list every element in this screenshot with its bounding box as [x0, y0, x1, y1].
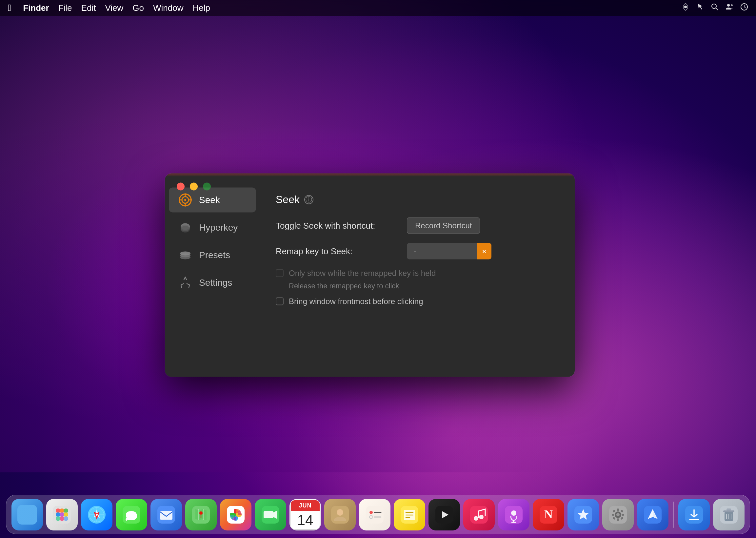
menubar-edit[interactable]: Edit	[81, 3, 96, 13]
dock-appletv[interactable]	[429, 499, 460, 530]
maximize-button[interactable]	[203, 183, 211, 190]
dock-news[interactable]: N	[533, 499, 564, 530]
svg-point-56	[369, 511, 373, 514]
svg-rect-80	[617, 509, 619, 511]
remap-key-row: Remap key to Seek: - Caps Lock Right Com…	[276, 243, 559, 259]
sidebar: Seek Hyperkey	[165, 182, 260, 377]
svg-point-34	[56, 516, 60, 521]
svg-point-4	[731, 4, 733, 6]
sonar-icon[interactable]	[681, 3, 690, 13]
calendar-month: JUN	[291, 500, 320, 511]
svg-line-21	[181, 284, 184, 285]
svg-line-20	[185, 277, 187, 280]
svg-point-68	[474, 516, 478, 521]
apple-menu[interactable]: 	[8, 3, 11, 13]
dock-trash[interactable]	[713, 499, 744, 530]
svg-rect-95	[723, 511, 734, 512]
dock-appstore[interactable]	[567, 499, 599, 530]
dock-mail[interactable]	[151, 499, 182, 530]
sidebar-item-seek[interactable]: Seek	[169, 188, 256, 213]
info-icon[interactable]: ⓘ	[304, 195, 313, 204]
dock-facetime[interactable]	[255, 499, 286, 530]
menubar-window[interactable]: Window	[153, 3, 183, 13]
only-show-label: Only show while the remapped key is held	[289, 269, 436, 278]
bring-frontmost-checkbox[interactable]	[276, 297, 284, 305]
svg-rect-46	[160, 511, 172, 520]
search-icon[interactable]	[711, 3, 719, 13]
calendar-day: 14	[297, 512, 313, 528]
svg-rect-96	[727, 509, 731, 511]
svg-rect-83	[622, 514, 624, 516]
minimize-button[interactable]	[190, 183, 198, 190]
svg-line-22	[181, 285, 182, 288]
menubar-file[interactable]: File	[58, 3, 72, 13]
svg-point-54	[337, 509, 343, 516]
remap-key-label: Remap key to Seek:	[276, 246, 400, 256]
dock-altimeter[interactable]	[637, 499, 669, 530]
record-shortcut-button[interactable]: Record Shortcut	[407, 218, 480, 234]
dock-music[interactable]	[463, 499, 495, 530]
svg-point-15	[181, 226, 190, 233]
sidebar-label-seek: Seek	[199, 195, 220, 205]
svg-point-79	[616, 513, 620, 516]
svg-rect-55	[366, 506, 384, 523]
toggle-shortcut-row: Toggle Seek with shortcut: Record Shortc…	[276, 218, 559, 234]
menubar-view[interactable]: View	[105, 3, 123, 13]
dock-launchpad[interactable]	[46, 499, 78, 530]
people-icon[interactable]	[725, 3, 734, 13]
dock-contacts[interactable]	[324, 499, 356, 530]
dock-finder[interactable]: 🙂	[12, 499, 43, 530]
desktop:  Finder File Edit View Go Window Help	[0, 0, 756, 538]
window-controls	[177, 183, 211, 190]
remap-key-select[interactable]: - Caps Lock Right Command Right Option F…	[407, 243, 492, 259]
dock-messages[interactable]	[116, 499, 147, 530]
svg-rect-51	[263, 511, 273, 518]
svg-point-1	[712, 4, 716, 9]
clock-icon[interactable]	[740, 3, 748, 13]
svg-point-35	[60, 516, 64, 521]
seek-sidebar-icon	[178, 193, 192, 207]
page-title: Seek	[276, 193, 300, 206]
only-show-checkbox[interactable]	[276, 269, 284, 277]
close-button[interactable]	[177, 183, 185, 190]
dock-downloads[interactable]	[678, 499, 710, 530]
svg-point-28	[56, 509, 60, 513]
menubar-app-name[interactable]: Finder	[23, 3, 49, 13]
sidebar-item-hyperkey[interactable]: Hyperkey	[169, 215, 256, 240]
menubar-help[interactable]: Help	[192, 3, 210, 13]
menubar-left:  Finder File Edit View Go Window Help	[8, 3, 210, 13]
svg-line-24	[189, 285, 189, 288]
dock-photos[interactable]	[220, 499, 252, 530]
dock-separator	[673, 502, 674, 528]
presets-sidebar-icon	[178, 248, 192, 262]
svg-text:N: N	[544, 508, 553, 521]
menubar-go[interactable]: Go	[132, 3, 144, 13]
svg-point-3	[727, 4, 730, 7]
content-title: Seek ⓘ	[276, 193, 559, 206]
dock-safari[interactable]	[81, 499, 113, 530]
svg-point-43	[96, 514, 98, 516]
dock-notes[interactable]	[394, 499, 425, 530]
dock-maps[interactable]	[185, 499, 217, 530]
svg-point-36	[64, 516, 68, 521]
svg-point-33	[64, 512, 68, 517]
hyperkey-sidebar-icon	[178, 220, 192, 235]
dock-reminders[interactable]	[359, 499, 391, 530]
window-body: Seek Hyperkey	[165, 182, 575, 377]
svg-point-0	[684, 6, 687, 8]
sidebar-label-settings: Settings	[199, 278, 232, 288]
sidebar-item-presets[interactable]: Presets	[169, 243, 256, 268]
menubar-right	[681, 3, 748, 13]
sidebar-item-settings[interactable]: Settings	[169, 270, 256, 295]
svg-line-2	[716, 8, 718, 10]
dock-calendar[interactable]: JUN 14	[290, 499, 321, 530]
pointer-icon[interactable]	[696, 3, 704, 13]
dock-podcasts[interactable]	[498, 499, 530, 530]
bring-frontmost-label: Bring window frontmost before clicking	[289, 297, 423, 306]
toggle-shortcut-label: Toggle Seek with shortcut:	[276, 220, 400, 231]
svg-rect-25	[17, 505, 37, 524]
svg-line-23	[187, 284, 189, 285]
menubar:  Finder File Edit View Go Window Help	[0, 0, 756, 16]
dock-system-preferences[interactable]	[602, 499, 634, 530]
sidebar-label-presets: Presets	[199, 250, 230, 260]
